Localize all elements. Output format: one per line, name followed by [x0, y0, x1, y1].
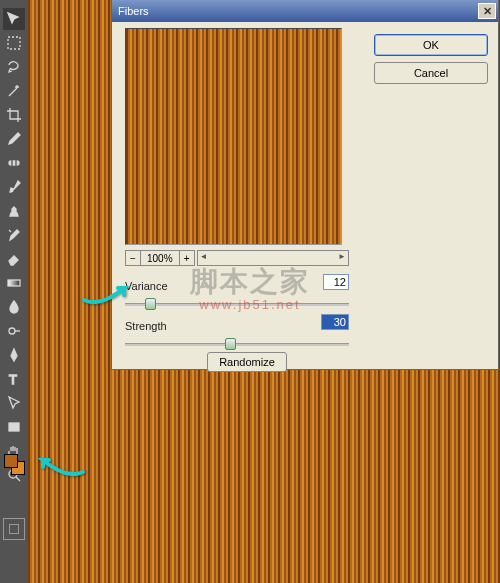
dodge-tool-icon[interactable]	[3, 320, 25, 342]
pen-tool-icon[interactable]	[3, 344, 25, 366]
variance-slider[interactable]	[125, 298, 349, 312]
path-select-tool-icon[interactable]	[3, 392, 25, 414]
quick-mask-icon[interactable]	[3, 518, 25, 540]
strength-label: Strength	[125, 320, 167, 332]
svg-text:T: T	[9, 372, 17, 387]
blur-tool-icon[interactable]	[3, 296, 25, 318]
fibers-dialog: Fibers ✕ − 100% + OK Cancel Variance Str…	[111, 0, 499, 370]
crop-tool-icon[interactable]	[3, 104, 25, 126]
zoom-in-button[interactable]: +	[179, 250, 195, 266]
svg-rect-0	[8, 37, 20, 49]
type-tool-icon[interactable]: T	[3, 368, 25, 390]
annotation-arrow-variance	[82, 280, 132, 312]
annotation-arrow-swatch	[35, 452, 85, 484]
svg-rect-5	[9, 423, 19, 431]
gradient-tool-icon[interactable]	[3, 272, 25, 294]
svg-rect-1	[9, 161, 19, 165]
zoom-percent: 100%	[141, 250, 179, 266]
svg-rect-2	[8, 280, 20, 286]
eyedropper-tool-icon[interactable]	[3, 128, 25, 150]
dialog-titlebar[interactable]: Fibers ✕	[112, 0, 498, 22]
brush-tool-icon[interactable]	[3, 176, 25, 198]
color-swatches[interactable]	[4, 454, 26, 476]
tools-panel: T	[0, 0, 28, 583]
marquee-tool-icon[interactable]	[3, 32, 25, 54]
zoom-out-button[interactable]: −	[125, 250, 141, 266]
variance-input[interactable]	[323, 274, 349, 290]
foreground-swatch[interactable]	[4, 454, 18, 468]
preview-zoom-bar: − 100% +	[125, 250, 349, 266]
move-tool-icon[interactable]	[3, 8, 25, 30]
filter-preview[interactable]	[125, 28, 342, 245]
lasso-tool-icon[interactable]	[3, 56, 25, 78]
history-brush-tool-icon[interactable]	[3, 224, 25, 246]
variance-slider-thumb[interactable]	[145, 298, 156, 310]
rectangle-tool-icon[interactable]	[3, 416, 25, 438]
close-icon[interactable]: ✕	[478, 3, 496, 19]
magic-wand-tool-icon[interactable]	[3, 80, 25, 102]
eraser-tool-icon[interactable]	[3, 248, 25, 270]
strength-slider-thumb[interactable]	[225, 338, 236, 350]
clone-stamp-tool-icon[interactable]	[3, 200, 25, 222]
randomize-button[interactable]: Randomize	[207, 352, 287, 372]
preview-scrollbar[interactable]	[197, 250, 349, 266]
strength-input[interactable]	[321, 314, 349, 330]
strength-slider[interactable]	[125, 338, 349, 352]
ok-button[interactable]: OK	[374, 34, 488, 56]
healing-brush-tool-icon[interactable]	[3, 152, 25, 174]
cancel-button[interactable]: Cancel	[374, 62, 488, 84]
dialog-title: Fibers	[118, 5, 149, 17]
svg-point-3	[9, 328, 15, 334]
